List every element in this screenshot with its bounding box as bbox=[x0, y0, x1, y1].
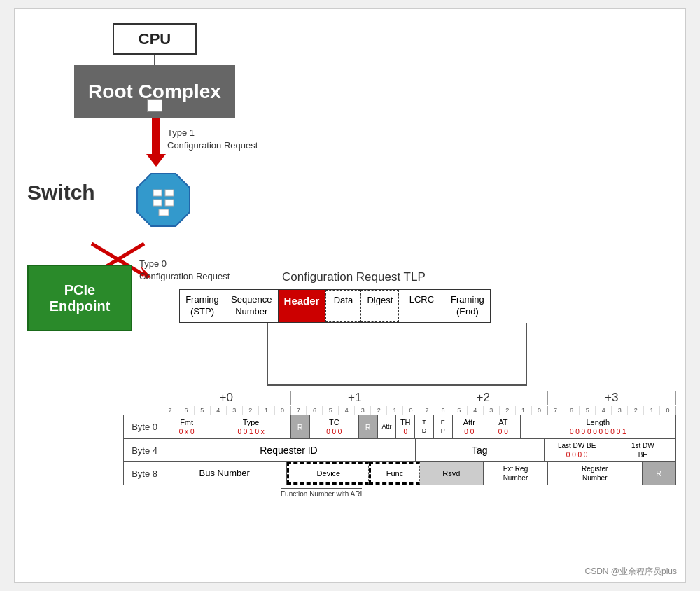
rc-inner-box bbox=[147, 99, 162, 112]
byte8-label: Byte 8 bbox=[124, 462, 162, 485]
func-cell: Func bbox=[369, 462, 420, 485]
offset-1: +1 bbox=[290, 391, 419, 405]
tlp-row: Framing(STP) SequenceNumber Header Data … bbox=[179, 289, 491, 323]
byte8-row: Byte 8 Bus Number Device Func bbox=[124, 462, 676, 485]
tlp-framing-end: Framing(End) bbox=[444, 290, 490, 322]
length-cell: Length0 0 0 0 0 0 0 0 0 1 bbox=[521, 415, 676, 438]
offset-0: +0 bbox=[162, 391, 290, 405]
main-container: CPU Root Complex Type 1 Configuration Re… bbox=[14, 8, 686, 583]
rc-to-switch-arrow-head bbox=[146, 154, 166, 167]
svg-rect-3 bbox=[153, 200, 162, 206]
bracket-left bbox=[267, 323, 268, 386]
ext-reg-number-cell: Ext RegNumber bbox=[484, 462, 548, 485]
pcie-label: PCIeEndpoint bbox=[50, 282, 111, 314]
first-dw-be-cell: 1st DWBE bbox=[610, 439, 676, 461]
device-cell: Device bbox=[287, 462, 368, 485]
switch-octagon-svg bbox=[134, 170, 193, 230]
fmt-cell: Fmt0 x 0 bbox=[162, 415, 211, 438]
last-dw-be-cell: Last DW BE0 0 0 0 bbox=[545, 439, 610, 461]
bus-number-cell: Bus Number bbox=[162, 462, 287, 485]
requester-id-cell: Requester ID bbox=[162, 439, 416, 461]
detail-area: +0 +1 +2 +3 7 6 5 4 3 2 1 0 7 6 5 4 3 bbox=[123, 391, 676, 485]
offset-2: +2 bbox=[419, 391, 547, 405]
th-cell: TH0 bbox=[396, 415, 415, 438]
tlp-data: Data bbox=[326, 290, 360, 322]
type-cell: Type0 0 1 0 x bbox=[211, 415, 291, 438]
register-number-cell: RegisterNumber bbox=[548, 462, 643, 485]
pcie-box: PCIeEndpoint bbox=[27, 265, 132, 331]
bit-group-2: 7 6 5 4 3 2 1 0 bbox=[419, 406, 547, 415]
tag-cell: Tag bbox=[416, 439, 545, 461]
offset-row: +0 +1 +2 +3 bbox=[162, 391, 676, 405]
byte0-cells: Fmt0 x 0 Type0 0 1 0 x R TC0 0 0 R A bbox=[162, 415, 676, 438]
bit-group-0: 7 6 5 4 3 2 1 0 bbox=[162, 406, 290, 415]
bit-group-3: 7 6 5 4 3 2 1 0 bbox=[547, 406, 677, 415]
byte0-label: Byte 0 bbox=[124, 415, 162, 438]
svg-rect-5 bbox=[159, 209, 169, 216]
ari-note: Function Number with ARI bbox=[281, 488, 362, 498]
detail-table: Byte 0 Fmt0 x 0 Type0 0 1 0 x R TC0 0 0 bbox=[123, 415, 676, 485]
watermark: CSDN @业余程序员plus bbox=[584, 566, 677, 578]
tc-cell: TC0 0 0 bbox=[310, 415, 359, 438]
svg-rect-1 bbox=[153, 190, 162, 196]
r-cell-byte8: R bbox=[643, 462, 676, 485]
td-cell: TD bbox=[415, 415, 434, 438]
bit-row: 7 6 5 4 3 2 1 0 7 6 5 4 3 2 1 0 7 6 bbox=[162, 406, 676, 415]
ep-cell: EP bbox=[434, 415, 453, 438]
tlp-header: Header bbox=[279, 290, 326, 322]
svg-marker-0 bbox=[137, 174, 190, 226]
switch-label: Switch bbox=[27, 181, 95, 204]
bit-group-1: 7 6 5 4 3 2 1 0 bbox=[290, 406, 419, 415]
attr-cell-2: Attr0 0 bbox=[453, 415, 486, 438]
bracket-bottom bbox=[267, 384, 526, 386]
attr-cell-1: Attr bbox=[378, 415, 397, 438]
at-cell: AT0 0 bbox=[486, 415, 520, 438]
r-cell-1: R bbox=[291, 415, 310, 438]
tlp-framing-stp: Framing(STP) bbox=[180, 290, 225, 322]
tlp-title: Configuration Request TLP bbox=[282, 270, 426, 284]
byte4-label: Byte 4 bbox=[124, 439, 162, 461]
tlp-lcrc: LCRC bbox=[399, 290, 444, 322]
bracket-right bbox=[526, 323, 527, 386]
byte8-cells: Bus Number Device Func Rsvd bbox=[162, 462, 676, 485]
root-complex-box: Root Complex bbox=[74, 65, 235, 118]
cpu-box: CPU bbox=[113, 23, 197, 55]
byte4-row: Byte 4 Requester ID Tag Last DW BE0 0 0 … bbox=[124, 439, 676, 462]
type0-label: Type 0 Configuration Request bbox=[139, 258, 230, 283]
tlp-digest: Digest bbox=[360, 290, 399, 322]
svg-rect-2 bbox=[165, 190, 174, 196]
offset-3: +3 bbox=[547, 391, 677, 405]
tlp-sequence-number: SequenceNumber bbox=[225, 290, 279, 322]
cpu-label: CPU bbox=[139, 30, 171, 48]
r-cell-2: R bbox=[359, 415, 378, 438]
type1-label: Type 1 Configuration Request bbox=[167, 127, 258, 152]
rsvd-cell: Rsvd bbox=[420, 462, 484, 485]
switch-octagon bbox=[134, 170, 193, 230]
rc-to-switch-arrow-stem bbox=[152, 118, 160, 156]
byte4-cells: Requester ID Tag Last DW BE0 0 0 0 1st D… bbox=[162, 439, 676, 461]
byte0-row: Byte 0 Fmt0 x 0 Type0 0 1 0 x R TC0 0 0 bbox=[124, 415, 676, 439]
svg-rect-4 bbox=[165, 200, 174, 206]
